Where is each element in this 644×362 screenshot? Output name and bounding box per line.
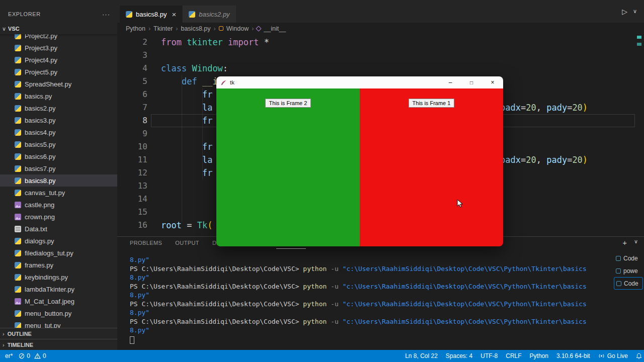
python-file-icon: [15, 117, 21, 124]
terminal-icon: [616, 268, 621, 274]
file-item[interactable]: basics7.py: [0, 162, 117, 174]
tab-basics2[interactable]: basics2.py: [183, 6, 235, 23]
python-file-icon: [15, 141, 21, 148]
file-item[interactable]: frames.py: [0, 259, 117, 271]
image-file-icon: [15, 202, 21, 208]
file-item[interactable]: lambdaTkinter.py: [0, 283, 117, 295]
tk-title-bar[interactable]: tk – □ ×: [216, 76, 503, 88]
file-item[interactable]: castle.png: [0, 199, 117, 211]
editor-actions: ▷ ∨: [622, 8, 644, 16]
file-item[interactable]: Project3.py: [0, 42, 117, 54]
file-item[interactable]: crown.png: [0, 211, 117, 223]
class-icon: [219, 26, 223, 31]
breadcrumb-item[interactable]: Window: [226, 25, 249, 32]
code-line: class Window:: [161, 62, 644, 75]
chevron-down-icon[interactable]: ∨: [633, 8, 637, 15]
file-item[interactable]: Project5.py: [0, 66, 117, 78]
file-item[interactable]: menu_button.py: [0, 307, 117, 319]
vscode-window: EXPLORER ··· ∨ VSC Project2.pyProject3.p…: [0, 0, 644, 362]
close-icon[interactable]: ×: [172, 10, 176, 19]
go-live-button[interactable]: Go Live: [594, 350, 632, 362]
outline-label: OUTLINE: [8, 331, 32, 337]
terminal-instance-list: Code powe Code: [614, 252, 643, 290]
line-number: 11: [117, 153, 147, 166]
mouse-cursor-icon: [457, 199, 465, 208]
file-item[interactable]: dialogs.py: [0, 235, 117, 247]
file-item[interactable]: Project4.py: [0, 54, 117, 66]
terminal-instance-selected[interactable]: Code: [614, 277, 643, 290]
breadcrumb-item[interactable]: __init__: [264, 25, 286, 32]
line-number: 12: [117, 166, 147, 179]
run-icon[interactable]: ▷: [622, 8, 627, 16]
plus-icon[interactable]: +: [622, 238, 627, 247]
problems-status[interactable]: 0 0: [19, 350, 46, 362]
file-item[interactable]: SpreadSheet.py: [0, 78, 117, 90]
cursor-position[interactable]: Ln 8, Col 22: [401, 350, 442, 362]
warning-icon: [34, 353, 41, 359]
file-name: filedialogs_tut.py: [25, 249, 73, 257]
encoding[interactable]: UTF-8: [476, 350, 502, 362]
folder-section-vsc[interactable]: ∨ VSC: [0, 23, 117, 34]
maximize-icon[interactable]: □: [461, 76, 482, 88]
file-name: SpreadSheet.py: [25, 80, 71, 88]
python-file-icon: [15, 190, 21, 196]
timeline-section-header[interactable]: › TIMELINE: [0, 339, 117, 350]
python-file-icon: [15, 105, 21, 112]
python-file-icon: [15, 262, 21, 268]
terminal-cursor: [130, 336, 134, 344]
code-line: from tkinter import *: [161, 36, 644, 49]
breadcrumb-item[interactable]: Tkinter: [153, 25, 173, 32]
python-file-icon: [15, 238, 21, 244]
eol-sequence[interactable]: CRLF: [502, 350, 525, 362]
image-file-icon: [15, 214, 21, 220]
terminal-wrapped-line: 8.py": [130, 309, 587, 318]
file-item[interactable]: basics4.py: [0, 126, 117, 138]
language-mode[interactable]: Python: [526, 350, 552, 362]
error-count: 0: [27, 352, 30, 359]
file-item[interactable]: keybindings.py: [0, 271, 117, 283]
terminal-instance[interactable]: powe: [614, 264, 643, 277]
indentation[interactable]: Spaces: 4: [442, 350, 476, 362]
tab-problems[interactable]: PROBLEMS: [130, 237, 162, 249]
ellipsis-icon[interactable]: ···: [102, 11, 110, 18]
python-file-icon: [15, 165, 21, 172]
file-name: frames.py: [25, 261, 53, 269]
chevron-down-icon[interactable]: ∨: [634, 238, 638, 247]
tk-app-window[interactable]: tk – □ × This is Frame 2 This is Frame 1: [216, 76, 503, 246]
close-icon[interactable]: ×: [482, 76, 503, 88]
breadcrumb-item[interactable]: Python: [126, 25, 145, 32]
file-name: Project3.py: [25, 44, 57, 52]
python-file-icon: [15, 69, 21, 75]
line-number: 10: [117, 140, 147, 153]
notifications-button[interactable]: [632, 350, 644, 362]
panel-actions: + ∨: [622, 238, 638, 247]
python-file-icon: [15, 45, 21, 51]
file-item[interactable]: basics3.py: [0, 114, 117, 126]
method-icon: [256, 26, 262, 31]
breadcrumb-separator: ›: [252, 25, 254, 32]
file-name: crown.png: [25, 213, 55, 221]
terminal-instance[interactable]: Code: [614, 252, 643, 264]
file-item[interactable]: basics5.py: [0, 138, 117, 150]
tab-basics8[interactable]: basics8.py ×: [120, 6, 182, 23]
minimize-icon[interactable]: –: [440, 76, 461, 88]
tab-label: basics2.py: [199, 11, 229, 18]
status-remote[interactable]: er*: [5, 350, 13, 362]
tab-output[interactable]: OUTPUT: [175, 237, 199, 249]
file-item[interactable]: Data.txt: [0, 223, 117, 235]
file-item[interactable]: filedialogs_tut.py: [0, 247, 117, 259]
file-name: basics4.py: [25, 129, 55, 136]
file-item[interactable]: basics6.py: [0, 150, 117, 162]
terminal-wrapped-line: 8.py": [130, 326, 587, 335]
file-item[interactable]: basics8.py: [0, 174, 117, 187]
folder-name: VSC: [8, 26, 20, 32]
terminal-instance-label: powe: [623, 267, 638, 275]
terminal-output[interactable]: 8.py"PS C:\Users\RaahimSiddiqi\Desktop\C…: [130, 256, 587, 344]
outline-section-header[interactable]: › OUTLINE: [0, 328, 117, 339]
breadcrumb-item[interactable]: basics8.py: [181, 25, 210, 32]
python-interpreter[interactable]: 3.10.6 64-bit: [552, 350, 594, 362]
file-item[interactable]: basics2.py: [0, 102, 117, 114]
file-item[interactable]: basics.py: [0, 90, 117, 102]
file-item[interactable]: M_Cat_Loaf.jpeg: [0, 295, 117, 307]
file-item[interactable]: canvas_tut.py: [0, 187, 117, 199]
